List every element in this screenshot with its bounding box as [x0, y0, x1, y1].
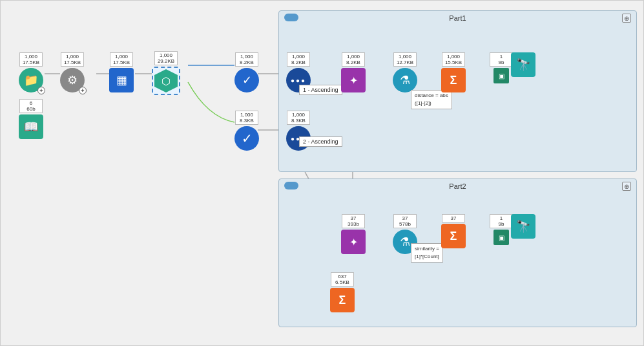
node-flask1[interactable]: 1,00012.7KB ⚗: [393, 52, 417, 92]
p2-sigma-stats: 37: [442, 214, 465, 222]
panel2-expand[interactable]: ⊕: [622, 182, 631, 191]
flask1-icon: ⚗: [393, 68, 417, 92]
panel1-expand[interactable]: ⊕: [622, 14, 631, 23]
node-check2[interactable]: 1,0008.3KB ✓: [234, 111, 259, 151]
node-purple1[interactable]: 1,0008.2KB ✦: [341, 52, 366, 92]
node-p2-binoculars[interactable]: 🔭: [511, 214, 535, 239]
node-hex[interactable]: 1,00029.2KB ⬡: [152, 51, 180, 95]
sigma1-stats: 1,00015.5KB: [442, 52, 465, 67]
node-out1[interactable]: 19b ▣: [490, 52, 513, 83]
node-table[interactable]: 1,00017.5KB ▦: [109, 52, 134, 92]
dots2-stats: 1,0008.3KB: [287, 111, 310, 125]
check2-stats: 1,0008.3KB: [235, 111, 258, 125]
gear-icon: ⚙ +: [60, 68, 85, 92]
formula-box-1: distance = abs([1]-[2]): [411, 90, 452, 109]
folder-plus: +: [37, 87, 45, 94]
hex-border: ⬡: [152, 67, 180, 95]
out1-icon: ▣: [493, 68, 509, 83]
node-p2-sigma2[interactable]: 6376.5KB Σ: [330, 272, 355, 312]
p2-purple-icon: ✦: [341, 230, 366, 254]
hex-stats: 1,00029.2KB: [154, 51, 178, 65]
panel1-title: Part1: [449, 14, 466, 22]
table-stats: 1,00017.5KB: [110, 52, 133, 67]
panel1-toggle[interactable]: [284, 14, 298, 21]
node-book[interactable]: 660b 📖: [19, 99, 43, 139]
p2-flask-stats: 37578b: [393, 214, 417, 228]
folder-stats: 1,00017.5KB: [19, 52, 43, 67]
node-p2-out[interactable]: 19b ▣: [490, 214, 513, 245]
p2-sigma2-icon: Σ: [330, 288, 355, 312]
panel2-title: Part2: [449, 182, 466, 190]
book-icon: 📖: [19, 114, 43, 139]
table-icon: ▦: [109, 68, 134, 92]
p2-sigma-icon: Σ: [441, 224, 466, 248]
binoculars1-icon: 🔭: [511, 52, 535, 77]
node-p2-sigma[interactable]: 37 Σ: [441, 214, 466, 248]
p2-sigma2-stats: 6376.5KB: [331, 272, 354, 287]
sort-label-1: 1 - Ascending: [299, 85, 342, 95]
check1-icon: ✓: [234, 68, 259, 92]
node-check1[interactable]: 1,0008.2KB ✓: [234, 52, 259, 92]
node-binoculars1[interactable]: 🔭: [511, 52, 535, 77]
check2-icon: ✓: [234, 126, 259, 151]
out1-stats: 19b: [490, 52, 513, 67]
p2-purple-stats: 37393b: [342, 214, 365, 228]
purple1-icon: ✦: [341, 68, 366, 92]
p2-out-icon: ▣: [493, 230, 509, 245]
workflow-canvas: Part1 ⊕ Part2 ⊕ 1,00017.5KB 📁 + 1,00017.…: [0, 0, 644, 346]
hex-icon: ⬡: [154, 69, 178, 92]
sort-label-2: 2 - Ascending: [299, 136, 342, 147]
formula-box-2: similarity =[1]*[Count]: [411, 243, 443, 263]
panel2-toggle[interactable]: [284, 182, 298, 189]
check1-stats: 1,0008.2KB: [235, 52, 258, 67]
gear-stats: 1,00017.5KB: [61, 52, 84, 67]
p2-out-stats: 19b: [490, 214, 513, 228]
node-folder[interactable]: 1,00017.5KB 📁 +: [19, 52, 43, 92]
node-p2-purple[interactable]: 37393b ✦: [341, 214, 366, 254]
flask1-stats: 1,00012.7KB: [393, 52, 417, 67]
node-gear[interactable]: 1,00017.5KB ⚙ +: [60, 52, 85, 92]
node-sigma1[interactable]: 1,00015.5KB Σ: [441, 52, 466, 92]
folder-icon: 📁 +: [19, 68, 43, 92]
dots1-stats: 1,0008.2KB: [287, 52, 310, 67]
sigma1-icon: Σ: [441, 68, 466, 92]
p2-binoculars-icon: 🔭: [511, 214, 535, 239]
purple1-stats: 1,0008.2KB: [342, 52, 365, 67]
gear-plus: +: [79, 87, 87, 94]
book-stats: 660b: [19, 99, 43, 113]
